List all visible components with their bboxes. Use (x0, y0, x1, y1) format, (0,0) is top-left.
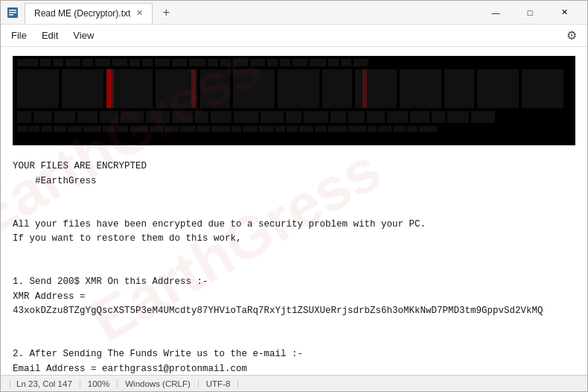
window-controls: — □ ✕ (479, 1, 581, 25)
settings-icon[interactable]: ⚙ (559, 25, 584, 45)
text-editor-content[interactable]: EarthGress EarthGress YOUR FILES ARE ENC… (1, 47, 587, 375)
cursor-position: Ln 23, Col 147 (10, 379, 80, 388)
menu-bar: File Edit View ⚙ (1, 25, 587, 47)
menu-view[interactable]: View (65, 27, 101, 44)
line-email: Email Address = earthgrass1@protonmail.c… (13, 364, 247, 374)
line-intro2: If you want to restore them do this work… (13, 233, 242, 244)
maximize-button[interactable]: □ (513, 1, 547, 25)
tab-bar: Read ME (Decryptor).txt ✕ + (25, 2, 479, 23)
main-window: Read ME (Decryptor).txt ✕ + — □ ✕ File E… (0, 0, 588, 392)
line-xmr-address: 43xokDZzu8TZgYgQscXST5P3eM4UMcdty87YHVio… (13, 306, 543, 316)
new-tab-button[interactable]: + (157, 4, 175, 22)
tab-close-button[interactable]: ✕ (136, 8, 143, 18)
ransomware-banner (13, 56, 575, 145)
svg-rect-2 (9, 12, 16, 13)
line-intro1: All your files have been encrypted due t… (13, 219, 426, 230)
minimize-button[interactable]: — (479, 1, 513, 25)
menu-file[interactable]: File (4, 27, 34, 44)
line-email-intro: 2. After Sending The Funds Write us to t… (13, 349, 303, 359)
encoding: UTF-8 (199, 379, 239, 388)
tab-label: Read ME (Decryptor).txt (34, 8, 130, 19)
active-tab[interactable]: Read ME (Decryptor).txt ✕ (25, 3, 153, 24)
app-icon (7, 7, 19, 19)
svg-rect-1 (9, 10, 16, 11)
line-xmr-label: XMR Address = (13, 291, 86, 302)
title-bar: Read ME (Decryptor).txt ✕ + — □ ✕ (1, 1, 587, 25)
line-send: 1. Send 200$ XMR On this Address :- (13, 276, 208, 287)
menu-edit[interactable]: Edit (34, 27, 65, 44)
heading-encrypted: YOUR FILES ARE ENCRYPTED (13, 161, 147, 171)
line-ending: Windows (CRLF) (118, 379, 199, 388)
close-button[interactable]: ✕ (547, 1, 581, 25)
heading-tag: #EarthGress (13, 176, 97, 186)
svg-rect-3 (9, 14, 13, 16)
status-bar: Ln 23, Col 147 100% Windows (CRLF) UTF-8 (1, 375, 587, 391)
zoom-level: 100% (80, 379, 118, 388)
file-content: YOUR FILES ARE ENCRYPTED #EarthGress All… (13, 145, 575, 375)
